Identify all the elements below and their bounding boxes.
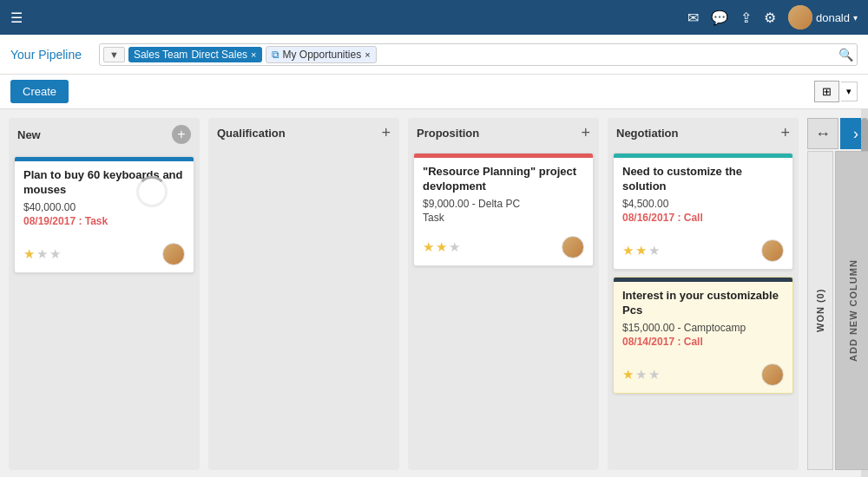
chat-icon[interactable]: 💬 [711, 10, 728, 26]
share-icon[interactable]: ⇪ [740, 10, 752, 26]
user-dropdown-arrow: ▾ [853, 13, 858, 23]
card-stars-2: ★ ★ ★ [423, 239, 460, 255]
settings-icon[interactable]: ⚙ [764, 10, 776, 26]
create-button[interactable]: Create [10, 80, 69, 103]
card-4[interactable]: Interest in your customizable Pcs $15,00… [613, 277, 793, 394]
avatar [788, 5, 812, 29]
column-body-negotiation: Need to customize the solution $4,500.00… [608, 147, 799, 470]
filter-dropdown-button[interactable]: ▼ [103, 47, 125, 62]
username-label: donald [816, 11, 850, 24]
search-button[interactable]: 🔍 [838, 48, 853, 62]
star-1-2[interactable]: ★ [36, 246, 48, 262]
star-1-1[interactable]: ★ [23, 246, 35, 262]
column-title-qualification: Qualification [217, 127, 286, 140]
sub-header: Your Pipeline ▼ Sales Team Direct Sales … [0, 35, 868, 75]
card-title-3: Need to customize the solution [622, 165, 784, 194]
user-menu[interactable]: donald ▾ [788, 5, 858, 29]
nav-left: ☰ [10, 10, 23, 26]
pipeline-link[interactable]: Your Pipeline [10, 48, 82, 62]
card-stars-1: ★ ★ ★ [23, 246, 61, 262]
my-opportunities-label: My Opportunities [283, 49, 362, 61]
column-new: New + Plan to buy 60 keyboards and mouse… [9, 118, 200, 470]
nav-back-button[interactable]: ↔ [807, 118, 838, 149]
column-negotiation: Negotiation + Need to customize the solu… [608, 118, 799, 470]
card-stars-4: ★ ★ ★ [622, 367, 660, 382]
card-avatar-3 [761, 239, 784, 262]
star-3-3[interactable]: ★ [648, 243, 660, 258]
mail-icon[interactable]: ✉ [687, 10, 699, 26]
card-date-4: 08/14/2017 : Call [622, 336, 784, 348]
card-date-1: 08/19/2017 : Task [23, 215, 185, 227]
card-1[interactable]: Plan to buy 60 keyboards and mouses $40,… [14, 156, 194, 273]
view-dropdown-button[interactable]: ▾ [841, 82, 858, 101]
column-add-proposition[interactable]: + [581, 125, 590, 140]
column-header-negotiation: Negotiation + [608, 118, 799, 147]
filter-bar: ▼ Sales Team Direct Sales × ⧉ My Opportu… [99, 43, 858, 66]
card-content-2: "Resource Planning" project devlopment $… [414, 158, 593, 232]
kanban-view-button[interactable]: ⊞ [814, 81, 839, 102]
star-4-3[interactable]: ★ [648, 367, 660, 382]
card-content-3: Need to customize the solution $4,500.00… [614, 158, 792, 236]
column-add-new[interactable]: + [172, 125, 191, 144]
column-header-proposition: Proposition + [408, 118, 599, 147]
my-opportunities-tag: ⧉ My Opportunities × [266, 46, 377, 63]
filter-funnel-icon: ⧉ [272, 49, 279, 61]
view-toggle: ⊞ ▾ [814, 81, 858, 102]
card-2[interactable]: "Resource Planning" project devlopment $… [413, 153, 594, 266]
nav-right: ✉ 💬 ⇪ ⚙ donald ▾ [687, 5, 858, 29]
star-2-1[interactable]: ★ [423, 239, 434, 255]
my-opportunities-close[interactable]: × [365, 49, 370, 60]
column-header-new: New + [9, 118, 200, 151]
card-amount-2: $9,000.00 - Delta PC [423, 198, 584, 210]
card-stars-3: ★ ★ ★ [622, 243, 660, 258]
star-3-1[interactable]: ★ [622, 243, 634, 258]
column-body-proposition: "Resource Planning" project devlopment $… [408, 147, 599, 470]
card-footer-3: ★ ★ ★ [614, 236, 792, 269]
star-1-3[interactable]: ★ [49, 246, 61, 262]
column-add-negotiation[interactable]: + [780, 125, 790, 140]
column-title-new: New [17, 128, 41, 141]
top-nav: ☰ ✉ 💬 ⇪ ⚙ donald ▾ [0, 0, 868, 35]
card-content-1: Plan to buy 60 keyboards and mouses $40,… [15, 161, 194, 239]
column-title-negotiation: Negotiation [616, 127, 679, 140]
card-avatar-2 [562, 236, 584, 258]
column-header-qualification: Qualification + [208, 118, 399, 147]
star-4-2[interactable]: ★ [635, 367, 647, 382]
right-side-panels: ↔ › WON (0) ADD NEW COLUMN [807, 118, 868, 470]
star-3-2[interactable]: ★ [635, 243, 647, 258]
card-title-2: "Resource Planning" project devlopment [423, 165, 584, 194]
hamburger-icon[interactable]: ☰ [10, 10, 23, 26]
sales-team-tag: Sales Team Direct Sales × [128, 47, 262, 62]
add-column-panel[interactable]: ADD NEW COLUMN [835, 151, 868, 470]
card-footer-1: ★ ★ ★ [15, 239, 194, 272]
card-amount-3: $4,500.00 [622, 198, 784, 210]
star-4-1[interactable]: ★ [622, 367, 634, 382]
column-title-proposition: Proposition [417, 127, 479, 140]
toolbar: Create ⊞ ▾ [0, 75, 868, 109]
card-avatar-4 [761, 363, 784, 386]
sales-team-close[interactable]: × [251, 49, 256, 60]
star-2-2[interactable]: ★ [436, 239, 447, 255]
card-3[interactable]: Need to customize the solution $4,500.00… [613, 153, 793, 270]
star-2-3[interactable]: ★ [449, 239, 460, 255]
column-body-qualification [208, 147, 399, 470]
column-add-qualification[interactable]: + [381, 125, 391, 140]
card-content-4: Interest in your customizable Pcs $15,00… [614, 282, 792, 360]
column-proposition: Proposition + "Resource Planning" projec… [408, 118, 599, 470]
card-footer-4: ★ ★ ★ [614, 360, 792, 393]
card-spinner-1 [136, 176, 168, 207]
nav-arrows-row: ↔ › [807, 118, 868, 149]
card-amount-4: $15,000.00 - Camptocamp [622, 322, 784, 334]
sales-team-label: Sales Team [134, 49, 187, 61]
card-date-3: 08/16/2017 : Call [622, 212, 784, 224]
card-avatar-1 [162, 243, 185, 265]
card-title-4: Interest in your customizable Pcs [622, 289, 784, 318]
column-body-new: Plan to buy 60 keyboards and mouses $40,… [9, 151, 200, 470]
won-panel[interactable]: WON (0) [807, 151, 833, 470]
card-subtitle-2: Task [423, 212, 584, 224]
column-qualification: Qualification + [208, 118, 399, 470]
kanban-board: New + Plan to buy 60 keyboards and mouse… [0, 109, 868, 477]
direct-sales-label: Direct Sales [191, 49, 247, 61]
vertical-panels: WON (0) ADD NEW COLUMN [807, 151, 868, 470]
card-footer-2: ★ ★ ★ [414, 232, 593, 265]
